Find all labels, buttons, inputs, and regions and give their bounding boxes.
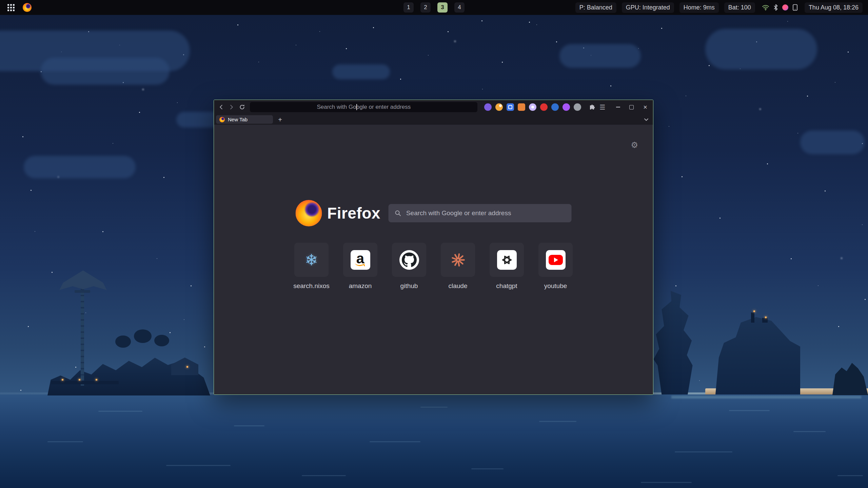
wave xyxy=(98,411,142,412)
cloud xyxy=(559,44,641,68)
workspace-button-3[interactable]: 3 xyxy=(437,2,448,13)
wave xyxy=(729,410,770,411)
firefox-window: Search with Google or enter address ☰ × xyxy=(214,100,653,395)
youtube-play-triangle xyxy=(554,258,558,262)
cloud xyxy=(24,156,136,178)
shortcut-tile xyxy=(538,243,573,277)
extension-icon-1[interactable] xyxy=(484,103,492,111)
pier-light xyxy=(96,379,97,381)
tab-new-tab[interactable]: New Tab xyxy=(216,115,273,124)
shortcut-github[interactable]: github xyxy=(385,243,434,290)
cliff-structure xyxy=(751,312,754,323)
newtab-page: ⚙ Firefox Search with Google or enter ad… xyxy=(214,125,653,394)
list-tabs-chevron-icon[interactable] xyxy=(642,115,651,124)
workspace-button-2[interactable]: 2 xyxy=(420,2,431,13)
shortcut-search-nixos[interactable]: ❄ search.nixos xyxy=(287,243,336,290)
workspace-button-4[interactable]: 4 xyxy=(454,2,465,13)
battery-status: Bat: 100 xyxy=(724,2,755,13)
wave xyxy=(302,475,346,476)
shortcut-tile: a xyxy=(343,243,377,277)
minimize-icon xyxy=(616,107,620,107)
extension-icon-9[interactable] xyxy=(574,103,581,111)
personalize-gear-icon[interactable]: ⚙ xyxy=(629,140,639,150)
firefox-launcher-button[interactable] xyxy=(22,2,33,13)
close-button[interactable]: × xyxy=(640,102,650,112)
urlbar[interactable]: Search with Google or enter address xyxy=(250,102,477,112)
shortcut-label: amazon xyxy=(349,282,372,290)
watchtower-platform xyxy=(75,290,90,293)
extension-icon-3[interactable] xyxy=(507,103,514,111)
topbar-left xyxy=(5,2,33,13)
reload-icon[interactable] xyxy=(238,102,247,112)
extensions-puzzle-icon[interactable] xyxy=(587,102,596,112)
extension-icon-2[interactable] xyxy=(495,103,503,111)
topbar-right: P: Balanced GPU: Integrated Home: 9ms Ba… xyxy=(575,2,863,13)
github-icon xyxy=(399,250,419,270)
apps-grid-icon xyxy=(7,4,15,11)
power-profile-status: P: Balanced xyxy=(575,2,616,13)
shortcut-label: chatgpt xyxy=(496,282,517,290)
close-icon: × xyxy=(643,103,647,111)
shortcut-label: github xyxy=(400,282,418,290)
bluetooth-icon[interactable] xyxy=(773,4,778,11)
wave xyxy=(166,465,231,466)
clock: Thu Aug 08, 18:26 xyxy=(805,2,863,13)
workspace-switcher: 1 2 3 4 xyxy=(403,0,465,15)
cliff-light xyxy=(753,310,755,312)
shortcut-amazon[interactable]: a amazon xyxy=(336,243,385,290)
minimize-button[interactable] xyxy=(613,102,623,112)
newtab-search-input[interactable]: Search with Google or enter address xyxy=(389,204,572,222)
firefox-logo xyxy=(295,200,322,226)
tab-strip: New Tab + xyxy=(214,114,653,125)
wifi-icon[interactable] xyxy=(762,4,769,11)
extension-icon-5[interactable] xyxy=(529,103,536,111)
urlbar-placeholder: Search with Google or enter address xyxy=(317,104,411,110)
nixos-snowflake-icon: ❄ xyxy=(305,252,318,268)
extension-icon-4[interactable] xyxy=(518,103,525,111)
pier-light xyxy=(62,379,63,381)
wave xyxy=(641,482,692,483)
cliff-light xyxy=(765,317,767,318)
menu-icon[interactable]: ☰ xyxy=(598,102,607,112)
claude-icon xyxy=(451,252,466,267)
island-tree xyxy=(154,335,169,346)
forward-button[interactable] xyxy=(227,102,236,112)
shortcut-tile xyxy=(441,243,475,277)
youtube-icon xyxy=(546,250,566,270)
app-launcher-button[interactable] xyxy=(5,2,16,13)
navigation-toolbar: Search with Google or enter address ☰ × xyxy=(214,100,653,114)
newtab-hero: Firefox Search with Google or enter addr… xyxy=(295,200,572,226)
text-caret xyxy=(356,104,357,110)
wave xyxy=(793,431,826,432)
tablet-icon[interactable] xyxy=(792,4,798,11)
cloud xyxy=(800,130,865,154)
wave xyxy=(47,441,83,442)
new-tab-button[interactable]: + xyxy=(276,115,284,124)
firefox-wordmark: Firefox xyxy=(327,204,380,222)
cloud xyxy=(41,58,170,85)
shortcut-tile xyxy=(392,243,426,277)
extensions-row xyxy=(484,103,581,111)
workspace-button-1[interactable]: 1 xyxy=(403,2,414,13)
shortcut-youtube[interactable]: youtube xyxy=(531,243,580,290)
window-controls: × xyxy=(613,102,650,112)
maximize-icon xyxy=(629,105,634,109)
shortcut-label: search.nixos xyxy=(293,282,330,290)
extension-icon-6[interactable] xyxy=(540,103,548,111)
search-icon xyxy=(395,210,401,217)
firefox-icon xyxy=(23,3,32,12)
hamburger-glyph: ☰ xyxy=(599,104,605,110)
shortcut-chatgpt[interactable]: chatgpt xyxy=(482,243,531,290)
wave xyxy=(471,468,504,469)
back-button[interactable] xyxy=(217,102,226,112)
shortcut-claude[interactable]: claude xyxy=(434,243,482,290)
extension-icon-8[interactable] xyxy=(563,103,570,111)
island-tree xyxy=(115,336,131,348)
water-shimmer xyxy=(671,396,861,399)
wave xyxy=(675,451,732,452)
extension-icon-7[interactable] xyxy=(551,103,559,111)
wave xyxy=(420,407,448,408)
color-theme-icon[interactable] xyxy=(782,4,788,11)
maximize-button[interactable] xyxy=(627,102,637,112)
topbar: 1 2 3 4 P: Balanced GPU: Integrated Home… xyxy=(0,0,868,15)
